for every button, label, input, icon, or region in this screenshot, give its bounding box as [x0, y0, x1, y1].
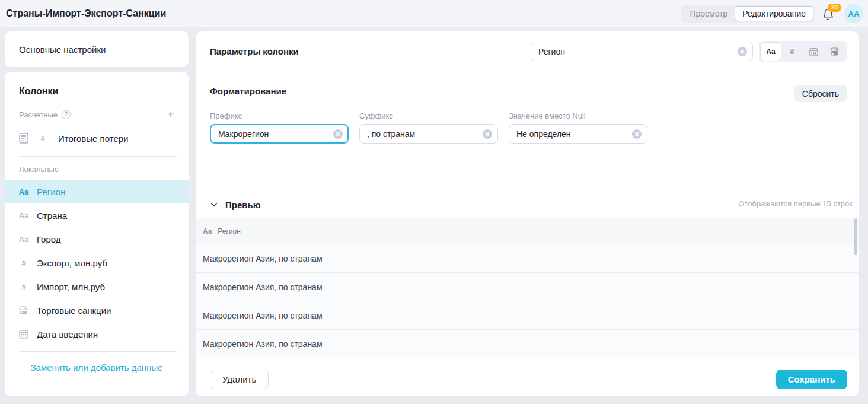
sidebar-item-region[interactable]: Aa Регион [5, 180, 189, 203]
table-row: Макрорегион Азия, по странам [196, 244, 859, 273]
prefix-input[interactable] [210, 124, 349, 144]
sidebar-divider [19, 351, 177, 352]
suffix-label: Суффикс [359, 112, 498, 120]
sidebar-item-export[interactable]: # Экспорт, млн.руб [5, 251, 189, 275]
type-number-button[interactable]: # [782, 43, 802, 61]
section-divider [196, 189, 859, 189]
column-item-label: Импорт, млн,руб [37, 282, 105, 292]
top-bar-actions: Просмотр Редактирование 20 AA [681, 0, 863, 27]
panel-title: Параметры колонки [210, 46, 299, 56]
preview-column-header: Регион [218, 227, 241, 236]
save-button[interactable]: Сохранить [776, 370, 847, 389]
view-mode-view[interactable]: Просмотр [682, 6, 735, 21]
column-item-label: Экспорт, млн.руб [37, 258, 107, 268]
table-row: Макрорегион Азия, по странам [196, 273, 859, 301]
help-icon[interactable]: ? [62, 110, 71, 119]
clear-icon[interactable] [632, 129, 642, 139]
preview-rows-note: Отображаются первые 15 строк [738, 199, 853, 208]
number-type-icon: # [18, 259, 30, 268]
type-text-button[interactable]: Aa [761, 43, 781, 61]
local-label: Локальные [19, 165, 189, 174]
null-value-label: Значение вместо Null [509, 112, 647, 120]
chevron-down-icon[interactable] [210, 201, 218, 209]
view-mode-edit[interactable]: Редактирование [735, 6, 813, 21]
page-title: Страны-Импорт-Экспорт-Санкции [6, 8, 166, 19]
toggle-icon [830, 47, 840, 56]
column-settings-panel: Параметры колонки Aa # Форматирование Сб [196, 31, 859, 396]
calendar-icon [809, 47, 818, 56]
clear-icon[interactable] [738, 47, 747, 56]
columns-panel: Колонки Расчетные ? + # Итоговые потери … [5, 72, 189, 396]
replace-data-link[interactable]: Заменить или добавить данные [5, 362, 189, 373]
preview-header: Превью [210, 196, 261, 214]
text-type-icon: Aa [18, 235, 30, 244]
sidebar-item-itogovye-poteri[interactable]: # Итоговые потери [5, 126, 189, 150]
calendar-type-icon [18, 329, 30, 339]
calculator-icon [19, 133, 28, 144]
number-type-icon: # [38, 134, 47, 143]
notifications-badge: 20 [828, 4, 841, 12]
cell-value: Макрорегион Азия, по странам [203, 339, 323, 349]
calculated-label: Расчетные [19, 110, 58, 119]
suffix-field: Суффикс [359, 112, 498, 144]
preview-table-header: Aa Регион [196, 218, 859, 244]
avatar[interactable]: AA [844, 4, 863, 23]
top-bar: Страны-Импорт-Экспорт-Санкции Просмотр Р… [0, 0, 868, 27]
clear-icon[interactable] [483, 129, 492, 139]
main-settings-label: Основные настройки [19, 44, 106, 55]
prefix-field: Префикс [210, 112, 349, 144]
view-mode-toggle: Просмотр Редактирование [681, 5, 815, 23]
preview-title: Превью [225, 200, 261, 210]
calculated-section-header: Расчетные ? + [19, 110, 174, 119]
null-value-field: Значение вместо Null [509, 112, 647, 144]
prefix-label: Префикс [210, 112, 349, 120]
table-row: Макрорегион Азия, по странам [196, 301, 859, 330]
main-settings-card[interactable]: Основные настройки [5, 31, 189, 67]
null-value-input[interactable] [509, 124, 647, 144]
add-column-button[interactable]: + [167, 110, 174, 119]
suffix-input[interactable] [359, 124, 498, 144]
sidebar-divider [19, 156, 177, 157]
text-type-icon: Aa [18, 187, 30, 196]
column-item-label: Город [37, 234, 61, 244]
notifications-button[interactable]: 20 [822, 6, 837, 21]
toggle-type-icon [18, 306, 30, 314]
sidebar-item-sankcii[interactable]: Торговые санкции [5, 298, 189, 322]
type-date-button[interactable] [803, 43, 824, 61]
column-name-field [531, 42, 753, 61]
column-item-label: Регион [37, 187, 65, 197]
columns-title: Колонки [19, 86, 189, 97]
number-type-icon: # [18, 282, 30, 291]
sidebar-item-gorod[interactable]: Aa Город [5, 227, 189, 251]
column-item-label: Итоговые потери [58, 133, 128, 144]
text-type-icon: Aa [203, 227, 212, 236]
type-boolean-button[interactable] [825, 43, 845, 61]
sidebar-item-strana[interactable]: Aa Страна [5, 203, 189, 227]
column-type-switcher: Aa # [759, 41, 847, 62]
clear-icon[interactable] [333, 129, 343, 139]
column-item-label: Страна [37, 211, 67, 221]
panel-footer: Удалить Сохранить [196, 362, 859, 396]
cell-value: Макрорегион Азия, по странам [203, 311, 323, 320]
column-item-label: Торговые санкции [37, 306, 111, 316]
reset-button[interactable]: Сбросить [794, 85, 847, 102]
text-type-icon: Aa [18, 211, 30, 220]
delete-button[interactable]: Удалить [210, 370, 269, 389]
formatting-title: Форматирование [210, 86, 286, 96]
preview-scrollbar[interactable] [854, 218, 857, 255]
column-item-label: Дата введения [37, 329, 98, 339]
sidebar-item-data-vvedeniya[interactable]: Дата введения [5, 322, 189, 346]
cell-value: Макрорегион Азия, по странам [203, 282, 323, 292]
sidebar-item-import[interactable]: # Импорт, млн,руб [5, 275, 189, 298]
column-name-input[interactable] [531, 42, 753, 61]
cell-value: Макрорегион Азия, по странам [203, 254, 323, 263]
table-row: Макрорегион Азия, по странам [196, 330, 859, 358]
